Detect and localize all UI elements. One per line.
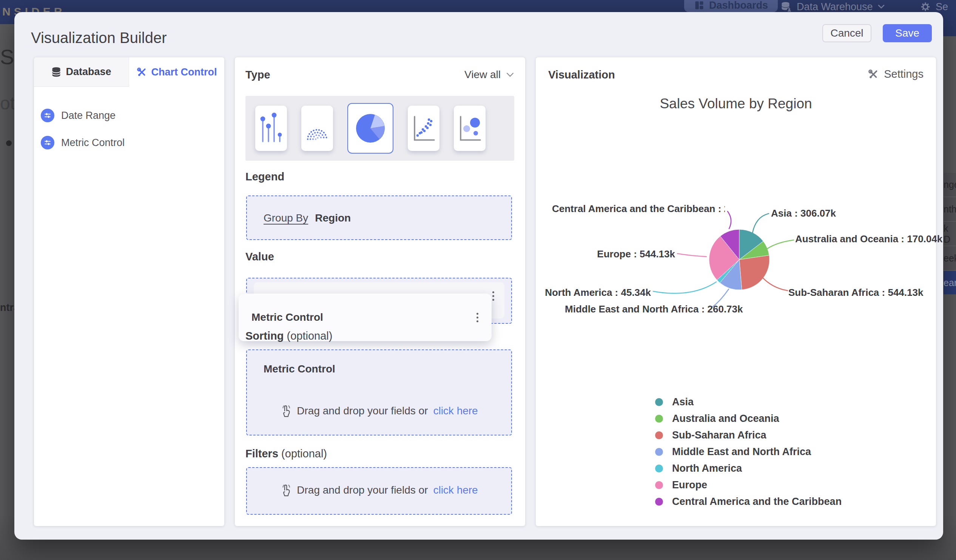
legend-dot (655, 498, 663, 506)
filters-heading: Filters (optional) (245, 447, 327, 460)
nav-dashboards[interactable]: Dashboards (684, 0, 778, 12)
legend-item[interactable]: Sub-Saharan Africa (655, 430, 841, 441)
bg-menu-item: nth (943, 198, 956, 221)
legend-dot (655, 481, 663, 489)
lollipop-chart-icon (260, 112, 282, 144)
modal-title: Visualization Builder (31, 30, 167, 46)
scatter-chart-icon (412, 114, 436, 143)
sidebar-item-date-range[interactable]: Date Range (41, 109, 116, 122)
save-button[interactable]: Save (883, 24, 932, 42)
drag-drop-text: Drag and drop your fields or (297, 405, 428, 417)
tools-icon (868, 69, 879, 80)
sliders-icon (41, 136, 54, 149)
filters-drag-drop-hint: Drag and drop your fields or click here (246, 484, 512, 497)
legend-item[interactable]: Middle East and North Africa (655, 446, 841, 458)
tap-hand-icon (280, 484, 291, 497)
chart-type-strip (245, 96, 514, 161)
screen: NSIDER Dashboards Data Warehouse Se Sal … (0, 0, 956, 560)
click-here-link[interactable]: click here (433, 484, 478, 496)
legend-dot (655, 431, 663, 439)
settings-button[interactable]: Settings (868, 68, 923, 80)
cancel-button[interactable]: Cancel (822, 24, 871, 42)
tab-database-label: Database (66, 66, 111, 78)
tab-database[interactable]: Database (34, 57, 129, 87)
legend-item[interactable]: Asia (655, 396, 841, 408)
nav-data-warehouse-label: Data Warehouse (797, 1, 873, 13)
sorting-drop-zone[interactable] (246, 350, 512, 436)
settings-label: Settings (884, 68, 923, 80)
dashboards-icon (694, 0, 704, 11)
bubble-chart-icon (458, 114, 482, 143)
sidebar-item-metric-control[interactable]: Metric Control (41, 136, 124, 149)
pie-chart[interactable] (708, 228, 770, 291)
bg-fragment-bullet (6, 140, 12, 146)
pie-label: Sub-Saharan Africa : 544.13k (788, 287, 923, 298)
chevron-down-icon (506, 72, 514, 77)
drag-chip-label: Metric Control (252, 311, 323, 323)
bg-menu-item: nge (943, 173, 956, 197)
bg-menu-item: eek (943, 246, 956, 271)
chart-type-pie-selected[interactable] (347, 103, 393, 154)
tab-chart-control-label: Chart Control (151, 66, 217, 78)
legend-dot (655, 448, 663, 456)
more-options-icon[interactable] (476, 313, 479, 322)
legend-item[interactable]: Australia and Oceania (655, 413, 841, 425)
dot-arch-chart-icon (305, 115, 330, 141)
view-all-dropdown[interactable]: View all (464, 69, 514, 81)
nav-data-warehouse[interactable]: Data Warehouse (781, 0, 885, 14)
type-heading: Type (245, 69, 270, 81)
pie-label: Australia and Oceania : 170.04k (795, 233, 942, 245)
pie-label: Middle East and North Africa : 260.73k (565, 303, 743, 315)
visualization-heading: Visualization (548, 69, 615, 81)
chart-title: Sales Volume by Region (536, 96, 936, 112)
legend-dot (655, 415, 663, 423)
click-here-link[interactable]: click here (433, 405, 478, 417)
chart-type-scatter[interactable] (408, 106, 439, 151)
tap-hand-icon (280, 405, 291, 417)
legend-dot (655, 398, 663, 406)
nav-settings-label: Se (936, 1, 948, 13)
sorting-heading: Sorting (optional) (245, 330, 332, 342)
legend-dot (655, 464, 663, 472)
sidebar-panel (34, 57, 224, 526)
chart-legend: Asia Australia and Oceania Sub-Saharan A… (655, 396, 841, 508)
bg-menu-item: k D (943, 222, 956, 246)
sorting-field-label: Metric Control (264, 363, 335, 375)
chart-type-bubble[interactable] (454, 106, 486, 151)
pie-label: Central America and the Caribbean : 226.… (552, 203, 725, 215)
chevron-down-icon (877, 4, 885, 9)
group-by-field[interactable]: Group By Region (264, 212, 351, 224)
value-heading: Value (245, 251, 274, 263)
pie-label: Asia : 306.07k (771, 207, 836, 219)
gear-icon (920, 1, 931, 13)
view-all-label: View all (464, 69, 501, 81)
group-by-label[interactable]: Group By (264, 212, 308, 224)
sidebar-item-label: Date Range (61, 110, 116, 121)
pie-label: Europe : 544.13k (597, 248, 675, 260)
drag-drop-text: Drag and drop your fields or (297, 484, 428, 496)
pie-chart-icon (355, 113, 386, 144)
database-person-icon (781, 1, 792, 13)
legend-heading: Legend (245, 171, 284, 183)
tools-icon (137, 67, 147, 77)
tab-chart-control[interactable]: Chart Control (129, 57, 224, 87)
pie-label: North America : 45.34k (545, 287, 651, 298)
sorting-drag-drop-hint: Drag and drop your fields or click here (246, 405, 512, 417)
legend-item[interactable]: North America (655, 463, 841, 474)
legend-item[interactable]: Central America and the Caribbean (655, 496, 841, 508)
nav-settings[interactable]: Se (920, 0, 948, 14)
more-options-icon[interactable] (492, 291, 495, 301)
chart-type-lollipop[interactable] (255, 106, 287, 151)
sliders-icon (41, 109, 54, 122)
legend-item[interactable]: Europe (655, 479, 841, 491)
sidebar-item-label: Metric Control (61, 137, 124, 149)
database-icon (51, 67, 61, 77)
group-by-value: Region (315, 212, 351, 224)
chart-type-arc[interactable] (301, 106, 333, 151)
bg-menu-item-selected: ear (943, 271, 956, 294)
nav-dashboards-label: Dashboards (709, 0, 768, 11)
